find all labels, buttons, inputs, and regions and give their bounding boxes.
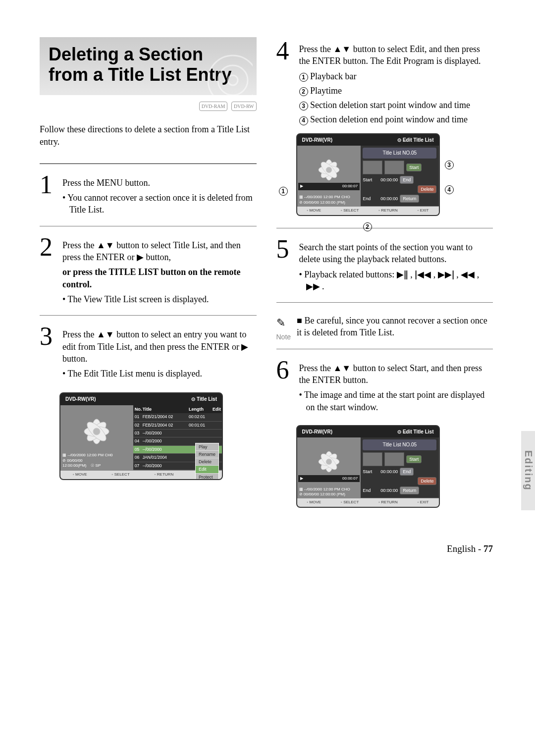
updown-icon: ▲▼ xyxy=(97,329,114,339)
left-column: Deleting a Section from a Title List Ent… xyxy=(40,37,257,508)
col-edit: Edit xyxy=(211,405,222,413)
menu-protect: Protect xyxy=(196,474,218,481)
flower-icon xyxy=(314,449,344,474)
preview-info: ▦ --/00/2000 12:00 PM CH0 ⊘ 00/00/00 12:… xyxy=(62,453,131,468)
svg-point-17 xyxy=(326,459,332,465)
table-row: 02FEB/21/2004 0200:01:01 xyxy=(133,422,222,430)
step2-text: Press the ▲▼ button to select Title List… xyxy=(62,239,257,264)
step-6: 6 Press the ▲▼ button to select Start, a… xyxy=(276,359,493,416)
step-1: 1 Press the MENU button. You cannot reco… xyxy=(40,174,257,219)
col-title: Title xyxy=(141,405,187,413)
menu-rename: Rename xyxy=(196,451,218,458)
end-button: End xyxy=(400,176,414,184)
rule xyxy=(40,315,257,316)
rule xyxy=(276,349,493,349)
note-label: Note xyxy=(276,332,291,342)
annotation-list: 1 Playback bar 2 Playtime 3 Section dele… xyxy=(299,70,493,126)
updown-icon: ▲▼ xyxy=(97,240,114,250)
step-number: 3 xyxy=(40,325,54,382)
callout-2: 2 xyxy=(363,222,372,231)
ann-4-icon: 4 xyxy=(299,116,308,125)
step3-bullet: The Edit Title List menu is displayed. xyxy=(62,368,257,379)
next-icon: ▶▶ǀ xyxy=(438,270,454,279)
rew-icon: ◀◀ xyxy=(461,270,475,279)
note-text: ■ Be careful, since you cannot recover a… xyxy=(297,315,493,339)
playpause-icon: ▶ǁ xyxy=(397,270,408,279)
ff-icon: ▶▶ xyxy=(306,281,320,291)
screen-hdr-left: DVD-RW(VR) xyxy=(302,137,332,144)
table-row: 01FEB/21/2004 0200:02:01 xyxy=(133,413,222,421)
title-list-screen: DVD-RW(VR) ⊙ Title List ▦ --/00/2000 12:… xyxy=(59,392,223,480)
callout-1: 1 xyxy=(279,187,288,196)
edit-screen-annotated: DVD-RW(VR) ⊙ Edit Title List ▶00:00:07 ▦… xyxy=(296,133,493,216)
play-icon: ▶ xyxy=(137,252,144,262)
step-number: 4 xyxy=(276,40,290,128)
step-number: 2 xyxy=(40,236,54,308)
note-block: ✎ Note ■ Be careful, since you cannot re… xyxy=(276,315,493,342)
flower-icon xyxy=(79,417,114,446)
step2-bullet: The View Title List screen is displayed. xyxy=(62,293,257,305)
step4-text: Press the ▲▼ button to select Edit, and … xyxy=(299,43,493,67)
badge-dvdram: DVD-RAM xyxy=(199,102,228,111)
step5-text: Search the start points of the section y… xyxy=(299,241,493,266)
page-footer: English - 77 xyxy=(40,542,493,555)
return-button: Return xyxy=(400,195,419,203)
step-2: 2 Press the ▲▼ button to select Title Li… xyxy=(40,236,257,308)
callout-3: 3 xyxy=(445,161,454,169)
rule xyxy=(40,226,257,226)
screen-hdr-left: DVD-RW(VR) xyxy=(65,396,96,403)
disc-art-icon xyxy=(193,51,253,100)
step6-bullet: The image and time at the start point ar… xyxy=(299,389,493,413)
menu-delete: Delete xyxy=(196,458,218,466)
ann-3-icon: 3 xyxy=(299,102,308,110)
svg-point-7 xyxy=(93,428,100,435)
context-menu: Play Rename Delete Edit Protect xyxy=(195,443,219,480)
edit-screen-2: DVD-RW(VR) ⊙ Edit Title List ▶00:00:07 ▦… xyxy=(296,425,440,508)
step-5: 5 Search the start points of the section… xyxy=(276,238,493,295)
prev-icon: ǀ◀◀ xyxy=(415,270,431,279)
step1-text: Press the MENU button. xyxy=(62,177,257,189)
col-length: Length xyxy=(187,405,211,413)
callout-4: 4 xyxy=(445,185,454,194)
badge-dvdrw: DVD-RW xyxy=(231,102,257,111)
updown-icon: ▲▼ xyxy=(333,363,351,373)
table-row: 03--/00/2000 xyxy=(133,430,222,437)
step6-text: Press the ▲▼ button to select Start, and… xyxy=(299,362,493,386)
flower-icon xyxy=(314,158,344,182)
step1-bullet: You cannot recover a section once it is … xyxy=(62,192,257,216)
step-3: 3 Press the ▲▼ button to select an entry… xyxy=(40,325,257,382)
svg-point-1 xyxy=(218,65,248,95)
ann-2-icon: 2 xyxy=(299,87,308,96)
step-4: 4 Press the ▲▼ button to select Edit, an… xyxy=(276,40,493,128)
step3-text: Press the ▲▼ button to select an entry y… xyxy=(62,328,257,365)
svg-point-12 xyxy=(326,167,332,173)
svg-point-0 xyxy=(208,55,253,100)
right-column: 4 Press the ▲▼ button to select Edit, an… xyxy=(276,37,493,508)
step-number: 6 xyxy=(276,359,290,416)
delete-button: Delete xyxy=(418,185,436,193)
svg-point-2 xyxy=(228,75,238,85)
title-block: Deleting a Section from a Title List Ent… xyxy=(40,37,257,95)
menu-play: Play xyxy=(196,443,218,451)
rule xyxy=(40,163,257,164)
step5-bullet: Playback related buttons: ▶ǁ , ǀ◀◀ , ▶▶ǀ… xyxy=(299,269,493,293)
intro-text: Follow these directions to delete a sect… xyxy=(40,123,257,148)
updown-icon: ▲▼ xyxy=(333,44,351,54)
start-button: Start xyxy=(406,163,422,171)
col-no: No. xyxy=(133,405,141,413)
play-icon: ▶ xyxy=(241,342,248,352)
step2-bold: or press the TITLE LIST button on the re… xyxy=(62,266,257,290)
disc-badges: DVD-RAM DVD-RW xyxy=(40,99,257,111)
rule xyxy=(276,302,493,303)
step-number: 1 xyxy=(40,174,54,219)
rule xyxy=(276,228,493,228)
menu-edit: Edit xyxy=(196,466,218,473)
section-tab: Editing xyxy=(521,431,535,510)
panel-title: Title List NO.05 xyxy=(363,148,436,159)
note-icon: ✎ xyxy=(276,316,291,330)
step-number: 5 xyxy=(276,238,290,295)
screen-hdr-right: ⊙ Title List xyxy=(191,396,217,403)
ann-1-icon: 1 xyxy=(299,73,308,82)
screen-hdr-right: ⊙ Edit Title List xyxy=(397,137,433,144)
